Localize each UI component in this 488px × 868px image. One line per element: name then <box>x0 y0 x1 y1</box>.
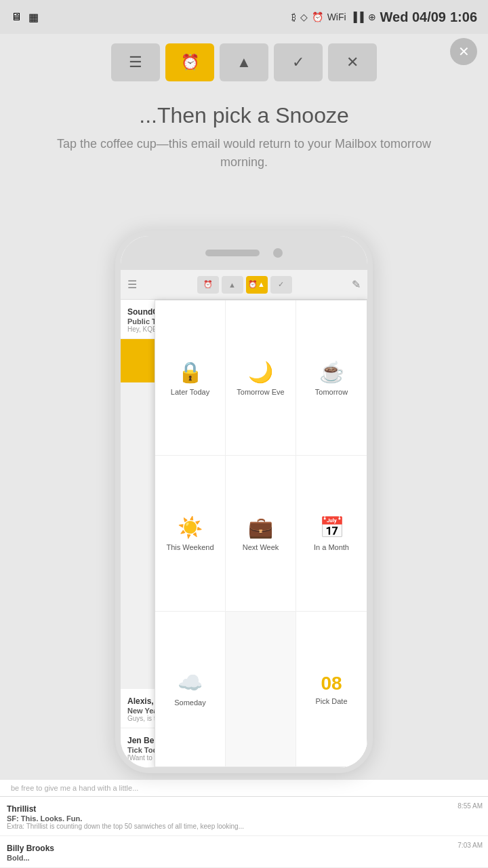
toolbar-archive-btn[interactable]: ▲ <box>220 43 268 81</box>
snooze-tomorrow-label: Tomorrow <box>315 388 348 396</box>
snooze-next-week[interactable]: 💼 Next Week <box>226 456 296 611</box>
close-icon: ✕ <box>458 45 470 58</box>
instruction-title: ...Then pick a Snooze <box>41 103 447 128</box>
snooze-someday[interactable]: ☁️ Someday <box>155 612 226 767</box>
snooze-pick-date-label: Pick Date <box>315 697 347 705</box>
toolbar-list-btn[interactable]: ☰ <box>111 43 160 81</box>
snooze-this-weekend[interactable]: ☀️ This Weekend <box>155 456 226 611</box>
archive-icon: ▲ <box>237 54 251 71</box>
snooze-popup: 🔒 Later Today 🌙 Tomorrow Eve ☕ Tomorrow … <box>155 300 367 768</box>
snooze-later-today-label: Later Today <box>171 388 209 396</box>
grid-icon: ▦ <box>28 11 39 24</box>
wifi-icon: WiFi <box>327 12 346 22</box>
phone-screen: ☰ ⏰ ▲ ⏰▲ ✓ ✎ SoundCloud Weather Report 5… <box>121 270 367 768</box>
snooze-next-week-label: Next Week <box>243 543 279 551</box>
phone-header: ☰ ⏰ ▲ ⏰▲ ✓ ✎ <box>121 270 367 300</box>
status-right: ₿ ◇ ⏰ WiFi ▐▐ ⊕ Wed 04/09 1:06 <box>291 9 477 25</box>
phone-edit-icon: ✎ <box>352 278 361 291</box>
battery-circle: ⊕ <box>368 12 376 22</box>
email-subject-thrillist: SF: This. Looks. Fun. <box>7 814 481 823</box>
email-item-thrillist: Thrillist 8:55 AM SF: This. Looks. Fun. … <box>0 797 488 836</box>
email-sender-thrillist: Thrillist <box>7 804 36 814</box>
toolbar-close-btn[interactable]: ✕ <box>328 43 377 81</box>
snooze-tomorrow-eve[interactable]: 🌙 Tomorrow Eve <box>226 300 296 456</box>
snooze-in-a-month-label: In a Month <box>314 543 349 551</box>
calendar-icon: 📅 <box>319 515 344 539</box>
phone-menu-icon: ☰ <box>127 278 137 291</box>
phone-nav: ⏰ ▲ ⏰▲ ✓ <box>197 276 292 294</box>
instruction-body: Tap the coffee cup—this email would retu… <box>41 135 447 172</box>
outer-email-list: be free to give me a hand with a little.… <box>0 780 488 868</box>
clock-icon: ⏰ <box>181 54 199 71</box>
status-date: Wed 04/09 <box>380 9 446 25</box>
bluetooth-icon: ₿ <box>291 12 296 22</box>
phone-nav-active[interactable]: ⏰▲ <box>246 276 268 294</box>
phone-mockup: ☰ ⏰ ▲ ⏰▲ ✓ ✎ SoundCloud Weather Report 5… <box>115 231 373 773</box>
status-icons-left: 🖥 ▦ <box>11 11 39 24</box>
x-icon: ✕ <box>346 54 359 71</box>
signal-icon: ▐▐ <box>350 12 364 22</box>
snooze-tomorrow[interactable]: ☕ Tomorrow <box>296 300 367 456</box>
email-preview-thrillist: Extra: Thrillist is counting down the to… <box>7 823 481 830</box>
phone-camera <box>273 248 283 258</box>
instruction-section: ...Then pick a Snooze Tap the coffee cup… <box>0 90 488 178</box>
email-item-billy: Billy Brooks 7:03 AM Bold... <box>0 836 488 868</box>
phone-nav-archive[interactable]: ▲ <box>222 276 243 294</box>
shield-icon: ◇ <box>300 12 308 22</box>
alarm-icon: ⏰ <box>312 12 323 22</box>
email-time-billy: 7:03 AM <box>458 842 483 849</box>
moon-icon: 🌙 <box>248 360 273 384</box>
list-icon: ☰ <box>129 54 142 71</box>
status-time: 1:06 <box>450 9 477 25</box>
screen-icon: 🖥 <box>11 11 22 23</box>
lock-icon: 🔒 <box>178 360 203 384</box>
toolbar-check-btn[interactable]: ✓ <box>274 43 323 81</box>
snooze-tomorrow-eve-label: Tomorrow Eve <box>237 388 284 396</box>
snooze-this-weekend-label: This Weekend <box>166 543 214 551</box>
close-overlay-button[interactable]: ✕ <box>450 38 477 65</box>
briefcase-icon: 💼 <box>248 515 273 539</box>
phone-nav-clock[interactable]: ⏰ <box>197 276 219 294</box>
phone-nav-check[interactable]: ✓ <box>270 276 292 294</box>
email-subject-billy: Bold... <box>7 854 481 862</box>
snooze-pick-date[interactable]: 08 Pick Date <box>296 612 367 767</box>
email-sender-billy: Billy Brooks <box>7 844 54 853</box>
snooze-empty <box>226 612 296 767</box>
phone-speaker <box>205 250 260 256</box>
sun-icon: ☀️ <box>178 515 203 539</box>
snooze-someday-label: Someday <box>174 698 205 707</box>
check-icon: ✓ <box>292 54 304 71</box>
toolbar-clock-btn[interactable]: ⏰ <box>165 43 214 81</box>
snooze-later-today[interactable]: 🔒 Later Today <box>155 300 226 456</box>
status-bar: 🖥 ▦ ₿ ◇ ⏰ WiFi ▐▐ ⊕ Wed 04/09 1:06 <box>0 0 488 34</box>
truncated-email-preview: be free to give me a hand with a little.… <box>0 780 488 797</box>
email-time-thrillist: 8:55 AM <box>458 802 483 810</box>
main-toolbar: ☰ ⏰ ▲ ✓ ✕ <box>0 34 488 90</box>
phone-top-bar <box>121 236 367 270</box>
snooze-in-a-month[interactable]: 📅 In a Month <box>296 456 367 611</box>
pick-date-number: 08 <box>321 673 342 694</box>
cloud-icon: ☁️ <box>178 671 203 694</box>
coffee-icon: ☕ <box>319 360 344 384</box>
